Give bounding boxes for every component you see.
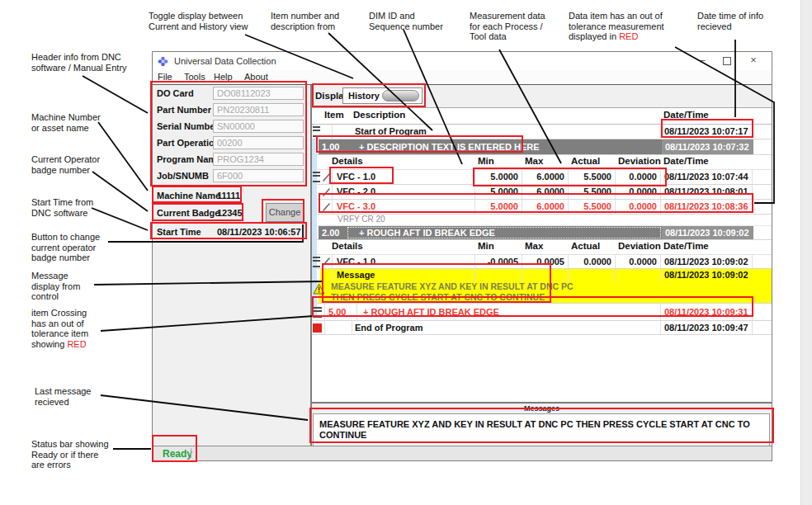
field-serial-number: Serial Number SN00000	[153, 120, 310, 133]
app-window: Universal Data Collection – × File Tools…	[152, 51, 772, 461]
annotation-current-operator: Current Operatorbadge number	[31, 154, 100, 175]
annotation-date-time-info: Date time of inforecieved	[697, 11, 763, 31]
hamburger-icon[interactable]	[313, 257, 320, 267]
status-separator	[191, 448, 191, 458]
program-name-input[interactable]: PROG1234	[213, 153, 304, 166]
pencil-icon	[321, 257, 331, 267]
field-program-name: Program Name PROG1234	[153, 153, 310, 166]
annotation-start-time: Start Time fromDNC software	[31, 197, 93, 218]
status-bar: Ready	[153, 446, 772, 460]
change-badge-button[interactable]: Change	[266, 203, 304, 222]
app-flower-icon	[158, 56, 168, 67]
do-card-input[interactable]: DO08112023	[213, 87, 304, 100]
hamburger-icon[interactable]	[313, 126, 320, 137]
menu-file[interactable]: File	[158, 72, 172, 82]
title-bar: Universal Data Collection – ×	[153, 52, 772, 70]
last-message-box: MEASURE FEATURE XYZ AND KEY IN RESULT AT…	[313, 413, 770, 446]
messages-panel: Messages MEASURE FEATURE XYZ AND KEY IN …	[312, 402, 772, 448]
annotation-item-number: Item number anddescription from	[271, 11, 339, 31]
field-part-operation: Part Operation 00200	[153, 136, 310, 149]
start-time-label: Start Time	[157, 227, 201, 237]
table-row-group-2[interactable]: 2.00 + ROUGH AFT ID BREAK EDGE 08/11/202…	[312, 226, 772, 240]
field-part-number: Part Number PN20230811	[153, 103, 310, 116]
history-table: Item Description Date/Time Start of Prog…	[312, 108, 772, 402]
field-job-snumb: Job/SNUMB 6F000	[153, 169, 310, 182]
status-ready-text: Ready	[163, 448, 192, 460]
maximize-icon[interactable]	[715, 52, 739, 69]
header-info-panel: DO Card DO08112023 Part Number PN2023081…	[153, 85, 312, 446]
table-row-vfc-2[interactable]: VFC - 2.0 5.0000 6.0000 5.5000 0.0000 08…	[312, 185, 772, 200]
table-row-end-of-program[interactable]: End of Program 08/11/2023 10:09:47	[312, 321, 772, 335]
current-badge-value: 12345	[217, 208, 243, 218]
annotation-change-button: Button to changecurrent operatorbadge nu…	[31, 232, 100, 263]
annotation-dim-id: DIM ID andSequence number	[369, 11, 443, 31]
machine-name-value: 11111	[217, 191, 240, 201]
red-square-stop-icon	[313, 323, 322, 333]
col-description: Description	[353, 110, 405, 120]
annotation-message-display: Messagedisplay fromcontrol	[31, 271, 80, 302]
table-empty-area	[312, 335, 772, 402]
annotated-screenshot-page: Universal Data Collection – × File Tools…	[0, 0, 812, 505]
annotation-last-message: Last messagerecieved	[35, 386, 91, 407]
hamburger-icon[interactable]	[313, 307, 322, 318]
annotation-machine-number: Machine Numberor asset name	[31, 112, 101, 133]
job-snumb-input[interactable]: 6F000	[213, 169, 304, 182]
table-row-start-of-program[interactable]: Start of Program 08/11/2023 10:07:17	[312, 125, 772, 139]
display-bar: Display History	[312, 85, 772, 108]
col-item: Item	[324, 110, 344, 120]
pencil-icon	[321, 202, 331, 212]
data-panel: Display History Item Description Date/Ti…	[312, 85, 772, 446]
machine-name-label: Machine Name	[157, 191, 220, 201]
start-time-value: 08/11/2023 10:06:57	[217, 227, 301, 237]
annotation-measurement-data: Measurement datafor each Process /Tool d…	[470, 11, 545, 42]
messages-panel-title: Messages	[312, 404, 772, 413]
part-number-input[interactable]: PN20230811	[213, 103, 304, 116]
annotation-toggle-display: Toggle display betweenCurrent and Histor…	[149, 11, 248, 31]
pencil-icon	[321, 187, 331, 197]
close-icon[interactable]: ×	[742, 52, 765, 69]
menu-about[interactable]: About	[244, 72, 268, 82]
detail-header-row: Details Min Max Actual Deviation Date/Ti…	[312, 240, 772, 255]
header-fields: DO Card DO08112023 Part Number PN2023081…	[153, 87, 310, 186]
table-row-item-5-out-of-tolerance[interactable]: 5.00 + ROUGH AFT ID BREAK EDGE 08/11/202…	[312, 304, 772, 321]
table-row-vrfy-note: VRFY CR 20	[312, 215, 772, 226]
table-row-g2-vfc-1[interactable]: VFC - 1.0 -0.0005 0.0005 0.0000 0.0000 0…	[312, 255, 772, 269]
table-row-vfc-1[interactable]: VFC - 1.0 5.0000 6.0000 5.5000 0.0000 08…	[312, 170, 772, 185]
menu-tools[interactable]: Tools	[184, 72, 205, 82]
pencil-icon	[321, 172, 331, 182]
history-toggle[interactable]: History	[342, 87, 423, 104]
window-title: Universal Data Collection	[174, 56, 276, 66]
field-do-card: DO Card DO08112023	[153, 87, 310, 100]
current-badge-label: Current Badge	[157, 208, 220, 218]
page-edge-strip	[800, 0, 812, 505]
detail-header-row: Details Min Max Actual Deviation Date/Ti…	[312, 155, 772, 170]
table-header-row: Item Description Date/Time	[312, 108, 772, 125]
table-row-vfc-3-out-of-tolerance[interactable]: VFC - 3.0 5.0000 6.0000 5.5000 0.0000 08…	[312, 200, 772, 215]
warning-triangle-icon	[313, 283, 325, 295]
annotation-out-of-tolerance: Data item has an out oftolerance measure…	[569, 11, 664, 42]
annotation-header-info: Header info from DNCsoftware / Manual En…	[31, 52, 127, 73]
control-message-block: MEASURE FEATURE XYZ AND KEY IN RESULT AT…	[312, 281, 772, 304]
hamburger-icon[interactable]	[313, 172, 320, 182]
history-toggle-value: History	[348, 91, 380, 101]
table-row-group-1[interactable]: 1.00 + DESCRIPTION TEXT IS ENTERED HERE …	[312, 139, 772, 155]
minimize-icon[interactable]: –	[691, 52, 714, 69]
annotation-status-bar: Status bar showingReady or if thereare e…	[31, 439, 109, 470]
menu-help[interactable]: Help	[214, 72, 233, 82]
serial-number-input[interactable]: SN00000	[213, 120, 304, 133]
part-operation-input[interactable]: 00200	[213, 136, 304, 149]
col-datetime: Date/Time	[663, 110, 709, 120]
toggle-switch-icon[interactable]	[382, 90, 419, 101]
table-row-message[interactable]: Message 08/11/2023 10:09:02	[312, 269, 772, 281]
annotation-item-crossing: item Crossinghas an out oftolerance item…	[31, 308, 88, 349]
menu-bar: File Tools Help About	[153, 70, 772, 85]
